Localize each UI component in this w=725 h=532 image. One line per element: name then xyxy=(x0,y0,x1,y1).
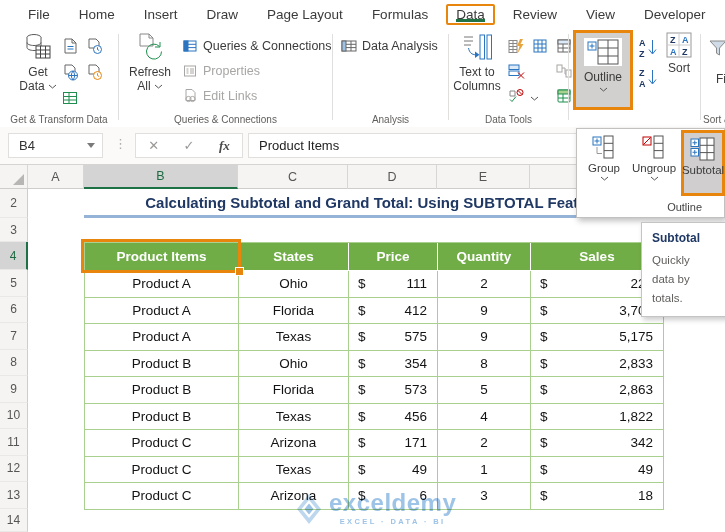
data-validation-button[interactable] xyxy=(506,86,526,106)
tab-view[interactable]: View xyxy=(584,5,617,24)
cell-E6[interactable]: 9 xyxy=(438,298,531,325)
name-box-dropdown-icon[interactable] xyxy=(87,143,95,148)
cell-E12[interactable]: 1 xyxy=(438,457,531,484)
tab-home[interactable]: Home xyxy=(77,5,117,24)
row-header-10[interactable]: 10 xyxy=(0,403,28,430)
cell-D7[interactable]: $575 xyxy=(349,324,438,351)
tab-insert[interactable]: Insert xyxy=(142,5,180,24)
get-data-button[interactable]: Get Data xyxy=(12,32,64,93)
tab-data[interactable]: Data xyxy=(446,4,495,25)
from-table-range-button[interactable] xyxy=(60,88,80,108)
sort-ascending-button[interactable]: AZ xyxy=(638,38,658,58)
row-header-11[interactable]: 11 xyxy=(0,429,28,456)
row-header-9[interactable]: 9 xyxy=(0,376,28,403)
insert-function-icon[interactable]: fx xyxy=(219,138,230,154)
cell-E5[interactable]: 2 xyxy=(438,271,531,298)
existing-connections-button[interactable] xyxy=(84,62,104,82)
flash-fill-button[interactable] xyxy=(506,36,526,56)
cell-B11[interactable]: Product C xyxy=(85,430,239,457)
cell-C8[interactable]: Ohio xyxy=(239,351,349,378)
relationships-button[interactable] xyxy=(554,61,574,81)
column-header-C[interactable]: C xyxy=(238,165,348,189)
cell-D5[interactable]: $111 xyxy=(349,271,438,298)
cell-C7[interactable]: Texas xyxy=(239,324,349,351)
row-header-7[interactable]: 7 xyxy=(0,323,28,350)
row-header-6[interactable]: 6 xyxy=(0,297,28,324)
tab-formulas[interactable]: Formulas xyxy=(370,5,430,24)
enter-icon[interactable]: ✓ xyxy=(184,138,195,153)
row-header-8[interactable]: 8 xyxy=(0,350,28,377)
cell-C11[interactable]: Arizona xyxy=(239,430,349,457)
cell-C6[interactable]: Florida xyxy=(239,298,349,325)
tab-page-layout[interactable]: Page Layout xyxy=(265,5,345,24)
what-if-analysis-button[interactable] xyxy=(554,36,574,56)
cell-D12[interactable]: $49 xyxy=(349,457,438,484)
table-header-price[interactable]: Price xyxy=(349,243,438,271)
edit-links-button[interactable]: Edit Links xyxy=(182,86,257,106)
select-all-button[interactable] xyxy=(0,165,28,188)
remove-duplicates-button[interactable] xyxy=(506,61,526,81)
column-header-B[interactable]: B xyxy=(84,165,238,189)
cell-E11[interactable]: 2 xyxy=(438,430,531,457)
properties-button[interactable]: Properties xyxy=(182,61,260,81)
row-header-14[interactable]: 14 xyxy=(0,509,28,532)
cell-F8[interactable]: $2,833 xyxy=(531,351,664,378)
text-to-columns-button[interactable]: Text to Columns xyxy=(452,32,502,93)
table-header-states[interactable]: States xyxy=(239,243,349,271)
cell-D11[interactable]: $171 xyxy=(349,430,438,457)
cell-C12[interactable]: Texas xyxy=(239,457,349,484)
menu-item-subtotal[interactable]: Subtotal xyxy=(681,130,725,196)
cancel-icon[interactable]: ✕ xyxy=(148,138,159,153)
refresh-all-button[interactable]: Refresh All xyxy=(124,32,176,93)
row-header-4[interactable]: 4 xyxy=(0,242,28,270)
cell-B8[interactable]: Product B xyxy=(85,351,239,378)
cell-D10[interactable]: $456 xyxy=(349,404,438,431)
outline-button[interactable]: Outline xyxy=(573,30,633,110)
cell-D8[interactable]: $354 xyxy=(349,351,438,378)
column-header-A[interactable]: A xyxy=(28,165,84,189)
cell-F13[interactable]: $18 xyxy=(531,483,664,510)
cell-D6[interactable]: $412 xyxy=(349,298,438,325)
data-analysis-button[interactable]: Data Analysis xyxy=(341,36,438,56)
sort-button[interactable]: ZAAZ Sort xyxy=(662,32,696,75)
row-header-13[interactable]: 13 xyxy=(0,482,28,509)
table-header-quantity[interactable]: Quantity xyxy=(438,243,531,271)
queries-connections-button[interactable]: Queries & Connections xyxy=(182,36,332,56)
name-box[interactable]: B4 xyxy=(8,133,103,158)
menu-item-group[interactable]: Group xyxy=(581,134,627,181)
cell-C5[interactable]: Ohio xyxy=(239,271,349,298)
tab-file[interactable]: File xyxy=(26,5,52,24)
from-web-button[interactable] xyxy=(60,62,80,82)
recent-sources-button[interactable] xyxy=(84,36,104,56)
selected-cell-highlight[interactable] xyxy=(81,239,241,273)
cell-F9[interactable]: $2,863 xyxy=(531,377,664,404)
cell-E8[interactable]: 8 xyxy=(438,351,531,378)
cell-C9[interactable]: Florida xyxy=(239,377,349,404)
cell-B12[interactable]: Product C xyxy=(85,457,239,484)
cell-E7[interactable]: 9 xyxy=(438,324,531,351)
cell-E10[interactable]: 4 xyxy=(438,404,531,431)
cell-B7[interactable]: Product A xyxy=(85,324,239,351)
cell-C10[interactable]: Texas xyxy=(239,404,349,431)
tab-draw[interactable]: Draw xyxy=(205,5,241,24)
sort-descending-button[interactable]: ZA xyxy=(638,68,658,88)
cell-F7[interactable]: $5,175 xyxy=(531,324,664,351)
tab-developer[interactable]: Developer xyxy=(642,5,708,24)
manage-data-model-button[interactable] xyxy=(554,86,574,106)
from-text-csv-button[interactable] xyxy=(60,36,80,56)
cell-F11[interactable]: $342 xyxy=(531,430,664,457)
column-header-D[interactable]: D xyxy=(348,165,437,189)
cell-E9[interactable]: 5 xyxy=(438,377,531,404)
column-header-E[interactable]: E xyxy=(437,165,530,189)
cell-B6[interactable]: Product A xyxy=(85,298,239,325)
cell-B9[interactable]: Product B xyxy=(85,377,239,404)
row-header-3[interactable]: 3 xyxy=(0,218,28,242)
tab-review[interactable]: Review xyxy=(511,5,559,24)
cell-F12[interactable]: $49 xyxy=(531,457,664,484)
chevron-down-icon[interactable] xyxy=(524,88,544,108)
cell-D9[interactable]: $573 xyxy=(349,377,438,404)
row-header-2[interactable]: 2 xyxy=(0,189,28,218)
cell-B13[interactable]: Product C xyxy=(85,483,239,510)
consolidate-button[interactable] xyxy=(530,36,550,56)
filter-icon[interactable] xyxy=(708,38,725,58)
